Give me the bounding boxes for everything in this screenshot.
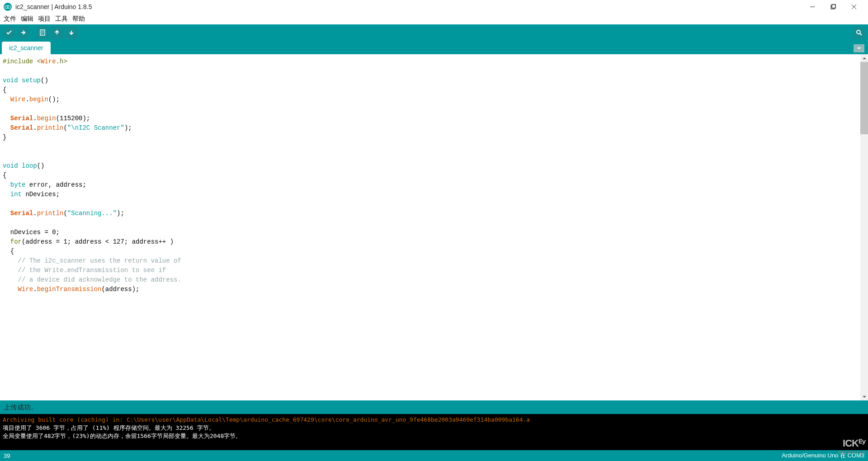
title-bar: ic2_scanner | Arduino 1.8.5 (0, 0, 868, 14)
menu-bar: 文件 编辑 项目 工具 帮助 (0, 14, 868, 24)
toolbar (0, 24, 868, 41)
board-info: Arduino/Genuino Uno 在 COM3 (782, 452, 864, 460)
svg-rect-2 (832, 5, 835, 8)
code-editor[interactable]: #include <Wire.h> void setup() { Wire.be… (0, 54, 860, 400)
output-console[interactable]: Archiving built core (caching) in: C:\Us… (0, 414, 868, 450)
menu-file[interactable]: 文件 (3, 14, 17, 24)
arduino-logo-icon (4, 3, 12, 11)
menu-help[interactable]: 帮助 (71, 14, 86, 24)
scroll-thumb[interactable] (860, 62, 868, 134)
editor-area: #include <Wire.h> void setup() { Wire.be… (0, 54, 868, 400)
tab-sketch[interactable]: ic2_scanner (2, 42, 51, 54)
maximize-button[interactable] (823, 0, 844, 14)
console-line: Archiving built core (caching) in: C:\Us… (3, 416, 865, 424)
footer-bar: 39 Arduino/Genuino Uno 在 COM3 (0, 450, 868, 461)
new-button[interactable] (36, 26, 49, 39)
scroll-down-arrow[interactable] (860, 393, 868, 400)
tab-bar: ic2_scanner (0, 41, 868, 54)
menu-edit[interactable]: 编辑 (20, 14, 34, 24)
scroll-track[interactable] (860, 62, 868, 393)
vertical-scrollbar[interactable] (860, 54, 868, 400)
tab-menu-dropdown[interactable] (854, 44, 864, 52)
save-button[interactable] (65, 26, 78, 39)
verify-button[interactable] (3, 26, 15, 39)
line-number: 39 (4, 452, 10, 459)
minimize-button[interactable] (802, 0, 823, 14)
status-message: 上传成功。 (4, 403, 38, 412)
upload-button[interactable] (17, 26, 30, 39)
open-button[interactable] (51, 26, 63, 39)
status-bar: 上传成功。 (0, 400, 868, 414)
menu-tools[interactable]: 工具 (54, 14, 69, 24)
window-controls (802, 0, 864, 14)
window-title: ic2_scanner | Arduino 1.8.5 (15, 3, 92, 10)
serial-monitor-button[interactable] (853, 26, 865, 39)
menu-sketch[interactable]: 项目 (37, 14, 52, 24)
svg-point-10 (857, 30, 860, 34)
close-button[interactable] (844, 0, 864, 14)
console-line: 项目使用了 3606 字节，占用了 (11%) 程序存储空间。最大为 32256… (3, 424, 865, 432)
console-line: 全局变量使用了482字节，(23%)的动态内存，余留1566字节局部变量。最大为… (3, 432, 865, 440)
scroll-up-arrow[interactable] (860, 54, 868, 62)
svg-line-11 (860, 33, 862, 35)
